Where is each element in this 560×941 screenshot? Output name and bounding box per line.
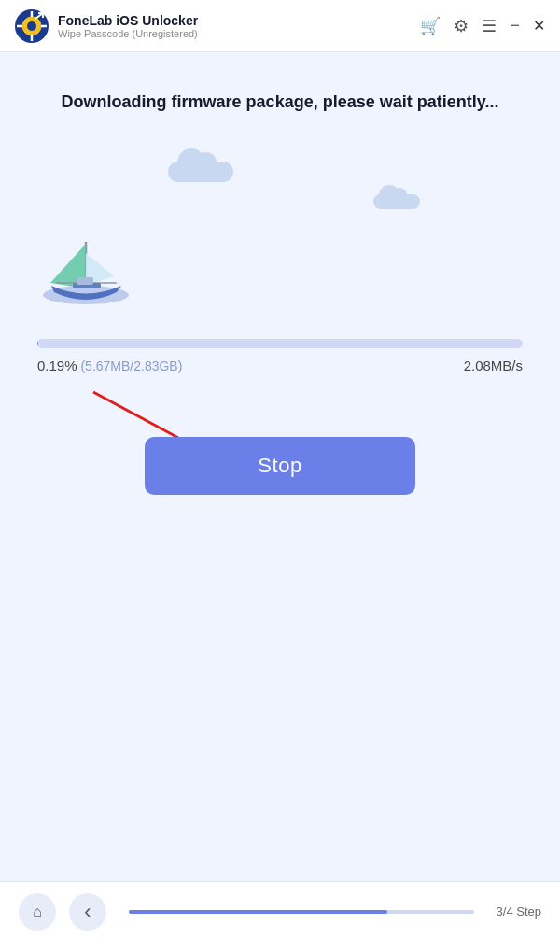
percent-value: 0.19% — [37, 358, 77, 373]
cart-icon[interactable]: 🛒 — [420, 16, 441, 36]
download-speed: 2.08MB/s — [464, 358, 523, 373]
svg-point-2 — [27, 21, 36, 31]
accessibility-icon[interactable]: ⚙ — [454, 16, 469, 36]
step-label: 3/4 Step — [497, 905, 541, 919]
progress-bar-fill — [37, 339, 38, 348]
stop-button[interactable]: Stop — [145, 437, 415, 495]
sailboat-icon — [37, 225, 140, 313]
bottom-bar: ⌂ ‹ 3/4 Step — [0, 881, 560, 941]
progress-bar-track — [37, 339, 523, 348]
illustration-area — [37, 143, 523, 330]
progress-info: 0.19% (5.67MB/2.83GB) 2.08MB/s — [37, 358, 523, 373]
main-content: Downloading firmware package, please wai… — [0, 52, 560, 513]
back-button[interactable]: ‹ — [69, 893, 106, 931]
progress-percent: 0.19% (5.67MB/2.83GB) — [37, 358, 182, 373]
progress-container: 0.19% (5.67MB/2.83GB) 2.08MB/s — [37, 339, 523, 373]
title-bar: FoneLab iOS Unlocker Wipe Passcode (Unre… — [0, 0, 560, 52]
step-bar-fill — [129, 910, 387, 914]
app-subtitle: Wipe Passcode (Unregistered) — [58, 28, 420, 39]
arrow-stop-area: Stop — [37, 383, 523, 495]
home-button[interactable]: ⌂ — [19, 893, 56, 931]
svg-rect-12 — [77, 277, 93, 285]
app-logo-icon — [15, 9, 49, 43]
downloading-title: Downloading firmware package, please wai… — [62, 90, 499, 115]
minimize-icon[interactable]: − — [510, 16, 520, 35]
cloud-2-icon — [373, 194, 420, 209]
size-info: (5.67MB/2.83GB) — [77, 358, 183, 373]
close-icon[interactable]: ✕ — [533, 17, 545, 35]
title-text-block: FoneLab iOS Unlocker Wipe Passcode (Unre… — [58, 13, 420, 39]
cloud-1-icon — [168, 162, 233, 182]
home-icon: ⌂ — [33, 904, 42, 920]
back-icon: ‹ — [84, 900, 91, 924]
title-controls: 🛒 ⚙ ☰ − ✕ — [420, 16, 545, 36]
app-name: FoneLab iOS Unlocker — [58, 13, 420, 28]
step-progress-bar — [129, 910, 474, 914]
menu-icon[interactable]: ☰ — [482, 16, 497, 36]
